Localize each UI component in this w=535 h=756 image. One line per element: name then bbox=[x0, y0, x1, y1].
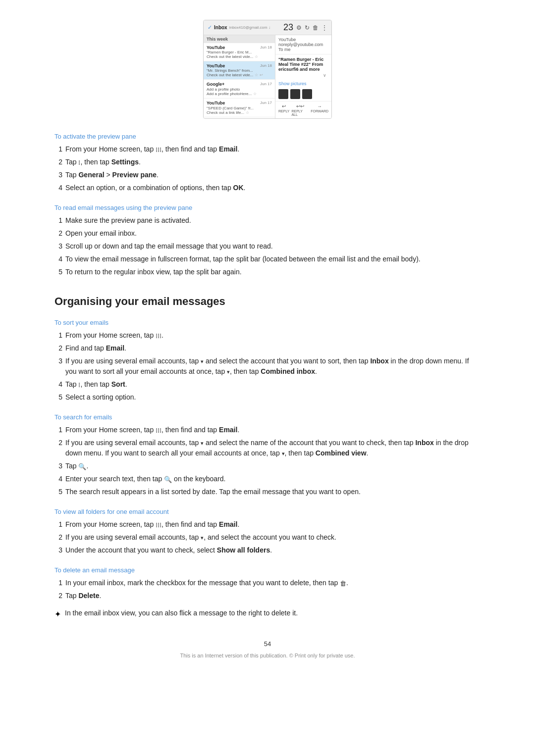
step-number: 5 bbox=[54, 487, 62, 497]
step-content: Select a sorting option. bbox=[65, 392, 481, 403]
tip-text: In the email inbox view, you can also fl… bbox=[65, 608, 298, 618]
step-content: Scroll up or down and tap the email mess… bbox=[65, 241, 481, 252]
step-content: Tap ⁞, then tap Settings. bbox=[65, 157, 481, 167]
step-number: 2 bbox=[54, 438, 62, 458]
search-icon: 🔍 bbox=[78, 462, 86, 472]
sender: YouTube bbox=[207, 63, 225, 68]
subject: Add a profile photo bbox=[207, 87, 240, 92]
page: ✓ Inbox inbox410@gmail.com ↓ 23 ⚙ ↻ 🗑 ⋮ … bbox=[0, 0, 535, 756]
step-number: 4 bbox=[54, 183, 62, 193]
step-content: Make sure the preview pane is activated. bbox=[65, 215, 481, 226]
inbox-label: Inbox bbox=[214, 25, 227, 30]
list-item: 1 From your Home screen, tap ⁞⁞⁞, then f… bbox=[54, 144, 481, 154]
step-number: 3 bbox=[54, 461, 62, 471]
preview-actions: ↩ REPLY ↩↩ REPLY ALL → FORWARD bbox=[275, 101, 331, 118]
ok-bold: OK bbox=[233, 184, 244, 192]
phone-mockup: ✓ Inbox inbox410@gmail.com ↓ 23 ⚙ ↻ 🗑 ⋮ … bbox=[203, 20, 332, 119]
preview: Check out the latest vide... bbox=[207, 73, 253, 77]
date: Jun 18 bbox=[260, 45, 272, 50]
inbox-bold: Inbox bbox=[415, 439, 433, 447]
step-number: 1 bbox=[54, 519, 62, 530]
step-number: 3 bbox=[54, 356, 62, 377]
email-address: inbox410@gmail.com ↓ bbox=[229, 25, 270, 30]
list-item: 2 Tap ⁞, then tap Settings. bbox=[54, 157, 481, 167]
search-steps: 1 From your Home screen, tap ⁞⁞⁞, then f… bbox=[54, 425, 481, 497]
section-heading-folders: To view all folders for one email accoun… bbox=[54, 508, 481, 515]
preview: Add a profile photoHere... bbox=[207, 92, 252, 96]
activate-preview-steps: 1 From your Home screen, tap ⁞⁞⁞, then f… bbox=[54, 144, 481, 193]
list-item: 3 Tap General > Preview pane. bbox=[54, 170, 481, 180]
step-number: 2 bbox=[54, 591, 62, 601]
check-icon: ✓ bbox=[208, 24, 212, 31]
step-number: 5 bbox=[54, 392, 62, 403]
list-item: 1 From your Home screen, tap ⁞⁞⁞, then f… bbox=[54, 425, 481, 435]
list-item: 1 From your Home screen, tap ⁞⁞⁞, then f… bbox=[54, 519, 481, 530]
tip-box: ✦ In the email inbox view, you can also … bbox=[54, 608, 481, 620]
step-content: Under the account that you want to check… bbox=[65, 545, 481, 555]
step-content: To return to the regular inbox view, tap… bbox=[65, 267, 481, 277]
list-item: 4 Select an option, or a combination of … bbox=[54, 183, 481, 193]
list-item: 4 To view the email message in fullscree… bbox=[54, 254, 481, 264]
preview-from-email: YouTubenoreply@youtube.comTo me bbox=[278, 37, 328, 52]
delete-steps: 1 In your email inbox, mark the checkbox… bbox=[54, 578, 481, 601]
more-icon-inline: ⁞ bbox=[78, 158, 80, 168]
list-item: 5 Select a sorting option. bbox=[54, 392, 481, 403]
date: Jun 17 bbox=[260, 82, 272, 87]
star-icon: ☆ bbox=[255, 54, 258, 59]
section-heading-search: To search for emails bbox=[54, 413, 481, 421]
step-content: Find and tap Email. bbox=[65, 343, 481, 353]
step-content: Tap ⁞, then tap Sort. bbox=[65, 379, 481, 390]
step-number: 1 bbox=[54, 425, 62, 435]
list-item: 1 From your Home screen, tap ⁞⁞⁞. bbox=[54, 330, 481, 341]
page-number: 54 bbox=[54, 640, 481, 648]
main-section-title: Organising your email messages bbox=[54, 295, 481, 308]
step-number: 2 bbox=[54, 343, 62, 353]
delete-bold: Delete bbox=[78, 592, 99, 600]
reply-icon: ↩ bbox=[282, 103, 286, 109]
reply-all-icon: ↩↩ bbox=[296, 103, 304, 109]
image-placeholder bbox=[278, 89, 288, 99]
step-content: Select an option, or a combination of op… bbox=[65, 183, 481, 193]
step-content: To view the email message in fullscreen … bbox=[65, 254, 481, 264]
step-content: If you are using several email accounts,… bbox=[65, 438, 481, 458]
sort-emails-section: To sort your emails 1 From your Home scr… bbox=[54, 319, 481, 403]
list-item: 3 Tap 🔍. bbox=[54, 461, 481, 471]
dropdown-icon: ▾ bbox=[201, 534, 204, 542]
view-folders-steps: 1 From your Home screen, tap ⁞⁞⁞, then f… bbox=[54, 519, 481, 555]
reply-all-button[interactable]: ↩↩ REPLY ALL bbox=[291, 103, 309, 116]
view-all-folders-section: To view all folders for one email accoun… bbox=[54, 508, 481, 555]
show-pictures-link[interactable]: Show pictures bbox=[275, 80, 331, 87]
step-number: 3 bbox=[54, 545, 62, 555]
email-item: Google+ Jun 17 Add a profile photo Add a… bbox=[204, 80, 275, 99]
email-bold: Email bbox=[106, 344, 124, 352]
star-icon: ☆ bbox=[255, 73, 258, 77]
forward-label: FORWARD bbox=[311, 109, 328, 113]
step-number: 2 bbox=[54, 157, 62, 167]
email-bold: Email bbox=[219, 520, 237, 528]
section-heading-delete: To delete an email message bbox=[54, 566, 481, 574]
more-icon-inline: ⁞ bbox=[78, 380, 80, 390]
email-list-section-header: This week bbox=[204, 35, 275, 43]
list-item: 2 Find and tap Email. bbox=[54, 343, 481, 353]
email-item: YouTube Jun 17 "SPEED (Card Game)" fr...… bbox=[204, 99, 275, 117]
date: Jun 18 bbox=[260, 63, 272, 68]
show-all-folders-bold: Show all folders bbox=[217, 546, 270, 554]
preview-expand-arrow: ∨ bbox=[278, 72, 328, 79]
preview-pane: YouTubenoreply@youtube.comTo me "Ramen B… bbox=[275, 35, 331, 118]
step-number: 4 bbox=[54, 474, 62, 484]
list-item: 4 Tap ⁞, then tap Sort. bbox=[54, 379, 481, 390]
date: Jun 17 bbox=[260, 101, 272, 105]
reply-button[interactable]: ↩ REPLY bbox=[278, 103, 289, 116]
dropdown-icon: ▾ bbox=[227, 368, 230, 376]
tune-icon: ⚙ bbox=[296, 24, 302, 31]
step-number: 1 bbox=[54, 330, 62, 341]
preview-images bbox=[275, 87, 331, 101]
preview: Check out a link life... bbox=[207, 110, 244, 115]
forward-button[interactable]: → FORWARD bbox=[311, 103, 328, 116]
step-content: If you are using several email accounts,… bbox=[65, 532, 481, 543]
header-icons: ⚙ ↻ 🗑 ⋮ bbox=[296, 24, 327, 31]
phone-header: ✓ Inbox inbox410@gmail.com ↓ 23 ⚙ ↻ 🗑 ⋮ bbox=[204, 20, 331, 35]
list-item: 2 If you are using several email account… bbox=[54, 532, 481, 543]
sort-steps: 1 From your Home screen, tap ⁞⁞⁞. 2 Find… bbox=[54, 330, 481, 403]
step-number: 2 bbox=[54, 532, 62, 543]
